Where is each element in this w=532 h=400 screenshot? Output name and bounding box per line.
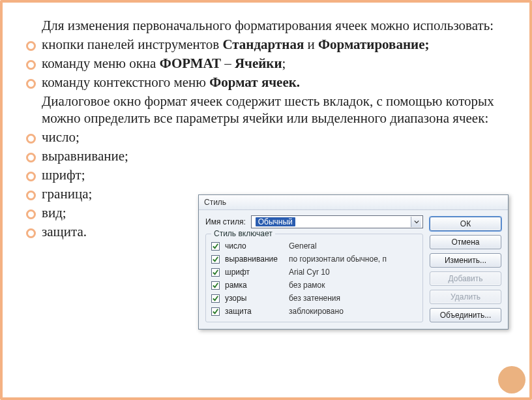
list-item: команду контекстного меню Формат ячеек. bbox=[23, 74, 512, 91]
option-row: рамка без рамок bbox=[211, 279, 417, 292]
checkbox-checked-icon[interactable] bbox=[211, 307, 220, 316]
checkbox-checked-icon[interactable] bbox=[211, 268, 220, 277]
option-row: узоры без затенения bbox=[211, 292, 417, 305]
style-name-label: Имя стиля: bbox=[205, 217, 246, 226]
paragraph-text: Диалоговое окно формат ячеек содержит ше… bbox=[42, 93, 512, 128]
chevron-down-icon[interactable] bbox=[411, 217, 421, 227]
style-name-combo[interactable]: Обычный bbox=[251, 215, 423, 228]
checkbox-checked-icon[interactable] bbox=[211, 281, 220, 290]
merge-button[interactable]: Объединить... bbox=[430, 308, 501, 322]
ok-button[interactable]: ОК bbox=[430, 217, 501, 231]
bullets-top: кнопки панелей инструментов Стандартная … bbox=[23, 36, 512, 91]
list-item: команду меню окна ФОРМАТ – Ячейки; bbox=[23, 55, 512, 72]
list-item: кнопки панелей инструментов Стандартная … bbox=[23, 36, 512, 54]
checkbox-checked-icon[interactable] bbox=[211, 294, 220, 303]
delete-button: Удалить bbox=[430, 290, 501, 304]
add-button: Добавить bbox=[430, 271, 501, 286]
list-item: число; bbox=[23, 129, 512, 146]
list-item: выравнивание; bbox=[23, 147, 512, 165]
dialog-title: Стиль bbox=[199, 195, 508, 210]
option-row: число General bbox=[211, 239, 417, 253]
style-name-value: Обычный bbox=[256, 217, 295, 226]
group-legend: Стиль включает bbox=[211, 229, 275, 238]
cancel-button[interactable]: Отмена bbox=[430, 235, 501, 249]
option-row: шрифт Arial Cyr 10 bbox=[211, 266, 417, 279]
style-dialog: Стиль Имя стиля: Обычный Стиль включает … bbox=[198, 194, 509, 330]
list-item: шрифт; bbox=[23, 166, 512, 184]
intro-text: Для изменения первоначального форматиров… bbox=[42, 17, 512, 35]
checkbox-checked-icon[interactable] bbox=[211, 242, 220, 251]
style-includes-group: Стиль включает число General выравнивани… bbox=[205, 234, 423, 322]
change-button[interactable]: Изменить... bbox=[430, 253, 501, 268]
option-row: защита заблокировано bbox=[211, 305, 417, 318]
option-row: выравнивание по горизонтали обычное, п bbox=[211, 253, 417, 266]
checkbox-checked-icon[interactable] bbox=[211, 255, 220, 264]
